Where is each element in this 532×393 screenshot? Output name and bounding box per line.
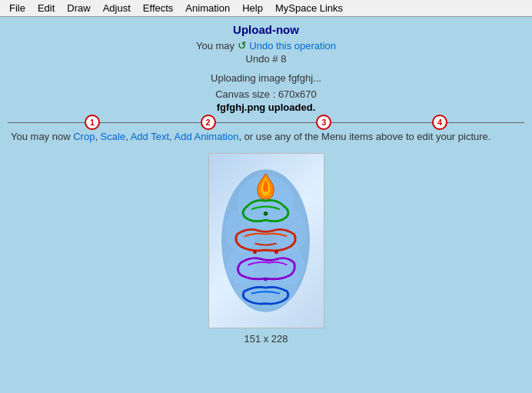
scale-link[interactable]: Scale [101,131,126,142]
undo-number: Undo # 8 [8,53,524,65]
step-4: 4 [432,115,447,130]
menu-animation[interactable]: Animation [179,1,236,15]
menu-draw[interactable]: Draw [61,1,96,15]
step-bar: 1 2 3 4 [8,122,524,123]
undo-line: You may ↺ Undo this operation [8,39,524,52]
page-title: Upload-now [8,23,524,36]
canvas-size: Canvas size : 670x670 [8,88,524,100]
crop-link[interactable]: Crop [73,131,95,142]
instruction-prefix: You may now [11,131,73,142]
undo-icon: ↺ [238,39,247,52]
undo-prefix: You may [196,40,238,52]
svg-point-10 [264,278,268,281]
menu-edit[interactable]: Edit [32,1,61,15]
main-content: Upload-now You may ↺ Undo this operation… [0,17,532,351]
step-circles: 1 2 3 4 [8,115,524,130]
image-container: 151 x 228 [8,153,524,345]
add-animation-link[interactable]: Add Animation [175,131,239,142]
svg-point-7 [264,211,268,216]
step-2: 2 [201,115,216,130]
instruction-line: You may now Crop, Scale, Add Text, Add A… [8,128,524,145]
menu-file[interactable]: File [3,1,32,15]
undo-link[interactable]: Undo this operation [249,40,336,52]
svg-point-8 [253,251,257,255]
menu-effects[interactable]: Effects [137,1,180,15]
svg-point-9 [274,251,278,255]
step-3: 3 [316,115,331,130]
uploading-text: Uploading image fgfghj... [8,72,524,84]
menu-adjust[interactable]: Adjust [97,1,137,15]
image-dimensions: 151 x 228 [244,333,288,345]
menu-myspace-links[interactable]: MySpace Links [269,1,349,15]
menubar: File Edit Draw Adjust Effects Animation … [0,0,532,17]
add-text-link[interactable]: Add Text [131,131,169,142]
calligraphy-svg [212,157,320,325]
menu-help[interactable]: Help [236,1,269,15]
preview-image [208,153,324,328]
step-1: 1 [85,115,100,130]
uploaded-filename: fgfghj.png uploaded. [8,102,524,113]
